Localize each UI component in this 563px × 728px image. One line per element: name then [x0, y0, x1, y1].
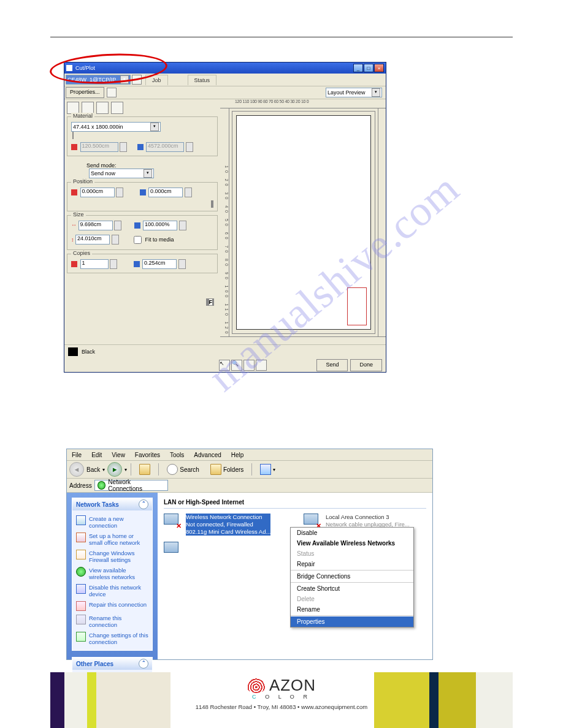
properties-button[interactable]: Properties...	[66, 87, 104, 98]
position-group: Position 0.000cm 0.000cm	[67, 182, 218, 211]
task-setup-home[interactable]: Set up a home or small office network	[76, 531, 148, 548]
menu-tools[interactable]: Tools	[170, 452, 184, 458]
layout-preview-dropdown[interactable]: Layout Preview ▾	[326, 88, 382, 97]
menu-edit[interactable]: Edit	[91, 452, 102, 458]
send-mode-dropdown[interactable]: Send now ▾	[89, 169, 154, 178]
chevron-down-icon: ▾	[372, 88, 380, 97]
cm-disable[interactable]: Disable	[291, 528, 413, 538]
footer-tool-f[interactable]: F	[209, 298, 213, 306]
cm-view-wireless[interactable]: View Available Wireless Networks	[291, 538, 413, 548]
material-rotate-icon[interactable]	[72, 132, 74, 139]
preview-icon-1[interactable]	[243, 360, 255, 371]
page-icon[interactable]	[212, 200, 213, 208]
object-outline	[347, 287, 367, 325]
zoom-icon[interactable]: 🔍	[231, 360, 242, 371]
ruler-horizontal: 120 110 100 90 80 70 60 50 40 30 20 10 0	[220, 99, 386, 108]
task-view-wireless[interactable]: View available wireless networks	[76, 565, 148, 582]
spinner[interactable]	[114, 221, 121, 230]
canvas[interactable]	[232, 111, 375, 334]
options-panel: Material 47.441 x 1800.000in ▾ 120.500cm	[64, 99, 220, 344]
fit-label: Fit to media	[145, 237, 174, 243]
up-button[interactable]	[135, 462, 155, 477]
connection-extra[interactable]	[164, 542, 286, 559]
fit-to-media-checkbox[interactable]	[134, 236, 142, 244]
back-button[interactable]: ◄	[69, 462, 84, 477]
scrollbar-v[interactable]	[378, 108, 386, 336]
size-w-input[interactable]: 9.698cm	[79, 221, 113, 230]
pos-x-input[interactable]: 0.000cm	[80, 188, 115, 197]
spinner[interactable]	[178, 259, 186, 269]
address-input[interactable]: Network Connections	[94, 480, 168, 491]
size-h-input[interactable]: 24.010cm	[75, 235, 110, 245]
size-pct-input[interactable]: 100.000%	[143, 221, 177, 230]
cm-bridge[interactable]: Bridge Connections	[291, 571, 413, 582]
collapse-icon[interactable]: ⌃	[139, 499, 148, 509]
cm-shortcut[interactable]: Create Shortcut	[291, 583, 413, 594]
connection-wireless[interactable]: ✕ Wireless Network Connection Not connec…	[164, 514, 286, 536]
conn1-status: Not connected, Firewalled	[186, 521, 270, 528]
send-button[interactable]: Send	[316, 359, 348, 371]
tool-icon-4[interactable]	[111, 102, 123, 114]
minimize-button[interactable]: _	[353, 64, 363, 72]
firewall-icon	[76, 550, 86, 559]
refresh-icon[interactable]	[132, 75, 142, 85]
menu-view[interactable]: View	[112, 452, 125, 458]
cm-repair[interactable]: Repair	[291, 559, 413, 569]
reload-icon[interactable]	[107, 88, 117, 97]
tab-job[interactable]: Job	[145, 75, 168, 85]
network-tasks-header: Network Tasks	[76, 501, 119, 508]
folders-button[interactable]: Folders	[206, 462, 248, 477]
conn1-name: Wireless Network Connection	[186, 514, 270, 521]
footer-tool-4[interactable]	[213, 298, 214, 306]
views-button[interactable]: ▾	[256, 462, 280, 477]
task-create-connection[interactable]: Create a new connection	[76, 514, 148, 531]
collapse-icon[interactable]: ⌃	[139, 659, 148, 669]
views-icon	[260, 464, 271, 475]
spinner[interactable]	[110, 259, 117, 269]
task-disable[interactable]: Disable this network device	[76, 582, 148, 599]
new-conn-icon	[76, 515, 86, 525]
spinner[interactable]	[116, 188, 123, 197]
material-dropdown-value: 47.441 x 1800.000in	[73, 124, 123, 130]
forward-button[interactable]: ►	[107, 462, 122, 477]
pos-y-input[interactable]: 0.000cm	[148, 188, 183, 197]
page-footer: AZON C O L O R 1148 Rochester Road • Tro…	[0, 672, 563, 728]
cm-rename[interactable]: Rename	[291, 604, 413, 615]
color-swatch[interactable]	[68, 347, 78, 356]
done-button[interactable]: Done	[350, 359, 382, 371]
scrollbar-h[interactable]	[220, 336, 386, 344]
connections-area: LAN or High-Speed Internet ✕ Wireless Ne…	[158, 493, 432, 659]
task-rename[interactable]: Rename this connection	[76, 613, 148, 630]
task-repair[interactable]: Repair this connection	[76, 599, 148, 613]
size-legend: Size	[71, 211, 86, 218]
copies-input[interactable]: 1	[80, 259, 109, 269]
preview-icon-2[interactable]	[256, 360, 267, 371]
material-dropdown[interactable]: 47.441 x 1800.000in ▾	[71, 122, 161, 132]
menu-help[interactable]: Help	[231, 452, 244, 458]
close-button[interactable]: ×	[374, 64, 384, 72]
spinner[interactable]	[185, 188, 192, 197]
other-places-header: Other Places	[76, 661, 113, 667]
spinner[interactable]	[179, 221, 186, 230]
task-firewall[interactable]: Change Windows Firewall settings	[76, 548, 148, 565]
material-legend: Material	[71, 113, 94, 119]
search-icon	[167, 464, 178, 475]
spacing-input[interactable]: 0.254cm	[142, 259, 177, 269]
menu-advanced[interactable]: Advanced	[194, 452, 221, 458]
cm-status: Status	[291, 548, 413, 559]
tool-icon-3[interactable]	[96, 102, 109, 114]
cm-properties[interactable]: Properties	[291, 616, 413, 627]
menu-file[interactable]: File	[72, 452, 82, 458]
maximize-button[interactable]: □	[364, 64, 373, 72]
spinner[interactable]	[112, 235, 119, 245]
search-button[interactable]: Search	[163, 462, 204, 477]
titlebar: Cut/Plot _ □ ×	[64, 63, 386, 74]
menu-favorites[interactable]: Favorites	[135, 452, 160, 458]
tab-status[interactable]: Status	[188, 75, 217, 85]
tool-icon-2[interactable]	[82, 102, 94, 114]
task-settings[interactable]: Change settings of this connection	[76, 630, 148, 647]
pointer-icon[interactable]: ↖	[219, 360, 230, 371]
footer-contact: 1148 Rochester Road • Troy, MI 48083 • w…	[196, 703, 368, 710]
printer-dropdown[interactable]: CE48W_1@TCP/IP ▾	[66, 75, 131, 85]
tool-icon-1[interactable]	[67, 102, 79, 114]
